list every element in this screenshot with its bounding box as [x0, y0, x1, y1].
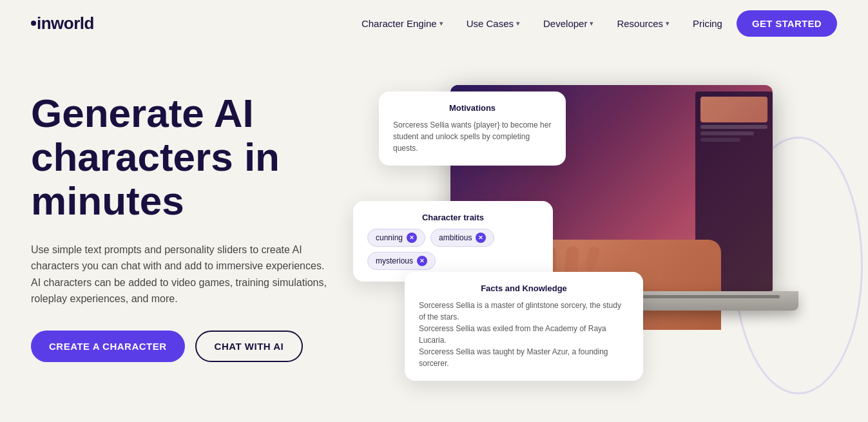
hero-section: Generate AI characters in minutes Use si… [0, 46, 868, 422]
hero-text-block: Generate AI characters in minutes Use si… [31, 72, 366, 362]
card-facts-line1: Sorceress Sellia is a master of glintsto… [419, 300, 629, 323]
card-facts-title: Facts and Knowledge [419, 283, 629, 293]
logo-dot [31, 21, 36, 26]
nav-character-engine[interactable]: Character Engine ▾ [352, 13, 452, 34]
hero-description: Use simple text prompts and personality … [31, 242, 327, 307]
trait-mysterious-remove[interactable]: ✕ [417, 256, 427, 266]
get-started-button[interactable]: GET STARTED [737, 10, 837, 37]
card-facts: Facts and Knowledge Sorceress Sellia is … [405, 272, 643, 381]
trait-ambitious-label: ambitious [439, 233, 472, 242]
chat-with-ai-button[interactable]: CHAT WITH AI [195, 331, 304, 362]
hero-title: Generate AI characters in minutes [31, 91, 366, 224]
card-facts-line2: Sorceress Sellia was exiled from the Aca… [419, 323, 629, 346]
chevron-down-icon: ▾ [516, 19, 520, 28]
trait-cunning-label: cunning [376, 233, 403, 242]
card-traits-title: Character traits [367, 213, 539, 222]
nav-links: Character Engine ▾ Use Cases ▾ Developer… [352, 10, 837, 37]
logo[interactable]: inworld [31, 14, 94, 34]
nav-character-engine-label: Character Engine [362, 18, 437, 29]
card-motivations-text: Sorceress Sellia wants {player} to becom… [393, 119, 552, 154]
hero-buttons: CREATE A CHARACTER CHAT WITH AI [31, 331, 366, 362]
nav-pricing[interactable]: Pricing [684, 13, 731, 34]
trait-ambitious-remove[interactable]: ✕ [476, 233, 486, 243]
nav-resources[interactable]: Resources ▾ [608, 13, 679, 34]
navbar: inworld Character Engine ▾ Use Cases ▾ D… [0, 0, 868, 46]
nav-use-cases[interactable]: Use Cases ▾ [458, 13, 529, 34]
nav-resources-label: Resources [617, 18, 663, 29]
chevron-down-icon: ▾ [590, 19, 593, 28]
card-facts-line3: Sorceress Sellia was taught by Master Az… [419, 346, 629, 369]
nav-developer[interactable]: Developer ▾ [534, 13, 603, 34]
nav-use-cases-label: Use Cases [467, 18, 514, 29]
nav-developer-label: Developer [543, 18, 587, 29]
card-traits: Character traits cunning ✕ ambitious ✕ m… [353, 201, 553, 282]
logo-text: inworld [37, 14, 94, 33]
chevron-down-icon: ▾ [439, 19, 443, 28]
chevron-down-icon: ▾ [666, 19, 670, 28]
hero-visual: Motivations Sorceress Sellia wants {play… [366, 72, 837, 422]
card-motivations-title: Motivations [393, 103, 552, 113]
traits-pills: cunning ✕ ambitious ✕ mysterious ✕ [367, 229, 539, 270]
trait-pill-ambitious: ambitious ✕ [430, 229, 494, 247]
trait-cunning-remove[interactable]: ✕ [407, 233, 417, 243]
trait-pill-mysterious: mysterious ✕ [367, 252, 436, 270]
create-character-button[interactable]: CREATE A CHARACTER [31, 331, 185, 362]
card-motivations: Motivations Sorceress Sellia wants {play… [379, 91, 566, 166]
trait-pill-cunning: cunning ✕ [367, 229, 425, 247]
trait-mysterious-label: mysterious [376, 256, 413, 265]
